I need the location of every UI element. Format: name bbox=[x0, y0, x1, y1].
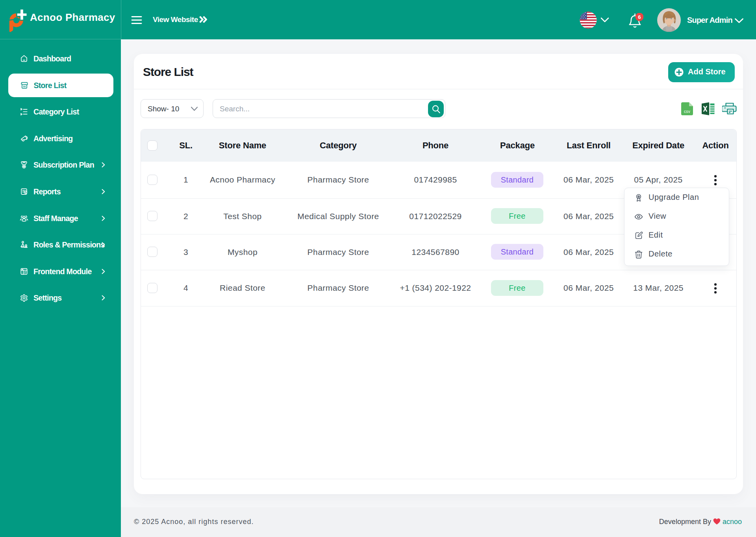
svg-text:6: 6 bbox=[638, 14, 641, 20]
svg-text:csv: csv bbox=[684, 109, 690, 114]
